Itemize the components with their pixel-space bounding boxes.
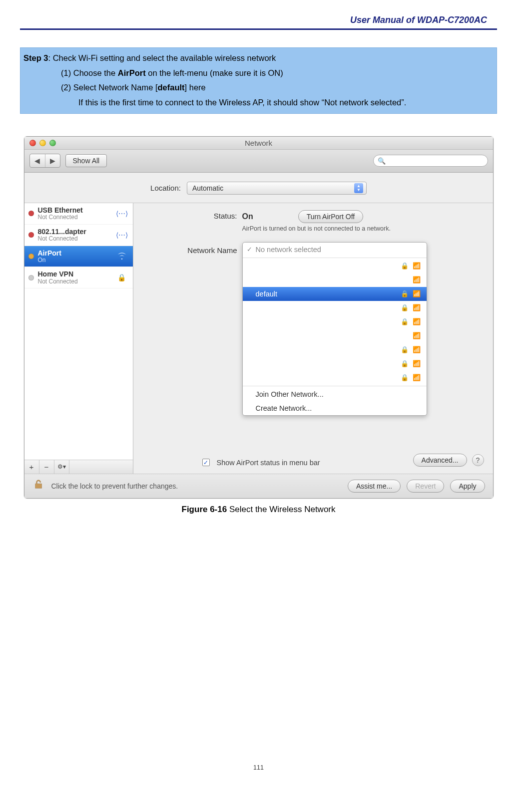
service-status: Not Connected [38, 236, 111, 243]
dropdown-no-network-selected[interactable]: ✓ No network selected [243, 243, 427, 257]
sidebar-item-home-vpn[interactable]: Home VPN Not Connected 🔒 [24, 267, 133, 288]
header-rule [20, 28, 497, 30]
location-label: Location: [150, 184, 181, 192]
status-value: On [242, 212, 253, 221]
figure-caption-text: Select the Wireless Network [227, 505, 335, 514]
lock-icon: 🔒 [401, 346, 409, 353]
service-name: USB Ethernet [38, 206, 111, 214]
apply-button[interactable]: Apply [450, 480, 485, 493]
service-status: Not Connected [38, 278, 111, 285]
dropdown-network-item[interactable]: 🔒📶 [243, 315, 427, 329]
window-bottom-bar: Click the lock to prevent further change… [24, 474, 493, 498]
wifi-signal-icon: 📶 [413, 318, 421, 325]
wifi-signal-icon: 📶 [413, 346, 421, 353]
dropdown-join-other[interactable]: Join Other Network... [243, 387, 427, 401]
help-button[interactable]: ? [472, 454, 484, 466]
updown-icon: ▲▼ [354, 183, 363, 193]
lock-icon: 🔒 [401, 318, 409, 325]
remove-service-button[interactable]: − [39, 460, 54, 474]
lock-icon: 🔒 [401, 290, 409, 297]
forward-button[interactable]: ▶ [45, 154, 60, 167]
revert-button[interactable]: Revert [407, 480, 444, 493]
location-select[interactable]: Automatic ▲▼ [187, 182, 367, 195]
dropdown-label: default [256, 290, 397, 298]
dropdown-network-item[interactable]: 🔒📶 [243, 371, 427, 385]
network-prefs-window: Network ◀ ▶ Show All 🔍 Location: Automat… [24, 136, 494, 499]
turn-airport-off-button[interactable]: Turn AirPort Off [298, 210, 363, 223]
dropdown-label: No network selected [256, 246, 421, 254]
step-sub-2: (2) Select Network Name [default] here [23, 80, 494, 95]
network-name-label: Network Name [142, 242, 237, 255]
sidebar-footer: + − ⚙▾ [24, 460, 133, 474]
step1-bold: AirPort [118, 68, 146, 77]
step1-pre: (1) Choose the [61, 68, 118, 77]
service-sidebar: USB Ethernet Not Connected ⟨⋯⟩ 802.11...… [24, 203, 133, 474]
advanced-button[interactable]: Advanced... [413, 454, 467, 467]
status-label: Status: [142, 210, 237, 220]
page-number: 111 [20, 764, 497, 771]
dropdown-create-network[interactable]: Create Network... [243, 401, 427, 415]
step-number: Step 3 [23, 53, 48, 62]
nav-buttons: ◀ ▶ [29, 154, 60, 168]
search-icon: 🔍 [378, 157, 386, 165]
step1-post: on the left-menu (make sure it is ON) [146, 68, 283, 77]
window-toolbar: ◀ ▶ Show All 🔍 [24, 150, 493, 173]
status-dot-icon [28, 211, 34, 216]
location-row: Location: Automatic ▲▼ [24, 173, 493, 203]
window-title: Network [24, 139, 493, 147]
service-status: Not Connected [38, 214, 111, 221]
add-service-button[interactable]: + [24, 460, 39, 474]
dropdown-network-item[interactable]: 🔒📶 [243, 301, 427, 315]
lock-icon: 🔒 [401, 374, 409, 381]
lock-icon: 🔒 [401, 304, 409, 311]
wifi-signal-icon: 📶 [413, 262, 421, 270]
network-name-dropdown[interactable]: ✓ No network selected 🔒📶 📶 [242, 242, 427, 416]
sidebar-item-usb-ethernet[interactable]: USB Ethernet Not Connected ⟨⋯⟩ [24, 203, 133, 225]
main-pane: Status: On Turn AirPort Off AirPort is t… [133, 203, 493, 474]
status-dot-icon [28, 232, 34, 238]
service-name: 802.11...dapter [38, 228, 111, 236]
sidebar-item-airport[interactable]: AirPort On [24, 246, 133, 268]
wifi-signal-icon: 📶 [413, 304, 421, 311]
status-row: Status: On Turn AirPort Off AirPort is t… [142, 210, 484, 232]
show-in-menubar-checkbox[interactable]: ✓ [202, 459, 210, 466]
search-input[interactable]: 🔍 [373, 155, 488, 167]
lock-icon: 🔒 [401, 262, 409, 270]
service-name: AirPort [38, 249, 111, 257]
step2-pre: (2) Select Network Name [ [61, 83, 157, 92]
figure-caption: Figure 6-16 Select the Wireless Network [20, 505, 497, 515]
dropdown-separator [243, 386, 427, 386]
wifi-signal-icon: 📶 [413, 332, 421, 339]
back-button[interactable]: ◀ [30, 154, 45, 167]
wifi-signal-icon: 📶 [413, 374, 421, 381]
wifi-icon [115, 251, 129, 262]
dropdown-network-item[interactable]: 🔒📶 [243, 343, 427, 357]
dropdown-network-default[interactable]: default 🔒📶 [243, 287, 427, 301]
service-list: USB Ethernet Not Connected ⟨⋯⟩ 802.11...… [24, 203, 133, 460]
dropdown-network-item[interactable]: 🔒📶 [243, 259, 427, 273]
vpn-lock-icon: 🔒 [115, 272, 129, 283]
dropdown-network-item[interactable]: 📶 [243, 329, 427, 343]
step-sub-1: (1) Choose the AirPort on the left-menu … [23, 66, 494, 81]
doc-header: User Manual of WDAP-C7200AC [350, 15, 487, 25]
service-status: On [38, 257, 111, 264]
gear-menu-button[interactable]: ⚙▾ [54, 460, 69, 474]
wifi-signal-icon: 📶 [413, 276, 421, 283]
dropdown-network-item[interactable]: 🔒📶 [243, 357, 427, 371]
unlock-icon[interactable] [32, 479, 45, 493]
dropdown-separator [243, 258, 427, 258]
step-title: Step 3: Check Wi-Fi setting and select t… [23, 51, 494, 66]
network-name-row: Network Name ✓ No network selected 🔒📶 [142, 242, 484, 416]
step-note: If this is the first time to connect to … [23, 95, 494, 110]
show-in-menubar-label: Show AirPort status in menu bar [217, 459, 320, 467]
dropdown-network-item[interactable]: 📶 [243, 273, 427, 287]
wifi-signal-icon: 📶 [413, 290, 421, 297]
status-dot-icon [28, 254, 34, 259]
show-all-button[interactable]: Show All [65, 154, 107, 167]
step2-bold: default [157, 83, 184, 92]
status-dot-icon [28, 275, 34, 280]
step-instruction-box: Step 3: Check Wi-Fi setting and select t… [20, 47, 497, 114]
sidebar-item-80211-adapter[interactable]: 802.11...dapter Not Connected ⟨⋯⟩ [24, 225, 133, 246]
check-icon: ✓ [247, 246, 252, 253]
assist-me-button[interactable]: Assist me... [348, 480, 401, 493]
